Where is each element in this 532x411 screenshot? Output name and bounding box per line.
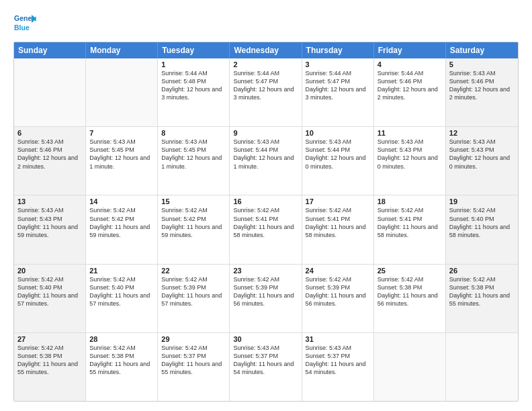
calendar-cell: 25Sunrise: 5:42 AM Sunset: 5:38 PM Dayli… xyxy=(374,265,446,332)
day-number: 22 xyxy=(161,267,226,275)
calendar-cell: 1Sunrise: 5:44 AM Sunset: 5:48 PM Daylig… xyxy=(158,58,230,126)
calendar: SundayMondayTuesdayWednesdayThursdayFrid… xyxy=(13,42,519,402)
cell-details: Sunrise: 5:43 AM Sunset: 5:43 PM Dayligh… xyxy=(449,138,515,171)
calendar-body: 1Sunrise: 5:44 AM Sunset: 5:48 PM Daylig… xyxy=(14,58,518,401)
day-number: 6 xyxy=(17,129,82,137)
calendar-cell: 11Sunrise: 5:43 AM Sunset: 5:43 PM Dayli… xyxy=(374,127,446,195)
svg-text:Blue: Blue xyxy=(14,24,30,32)
cell-details: Sunrise: 5:42 AM Sunset: 5:41 PM Dayligh… xyxy=(378,206,442,239)
day-number: 27 xyxy=(17,335,82,343)
day-number: 5 xyxy=(449,60,515,68)
cell-details: Sunrise: 5:43 AM Sunset: 5:37 PM Dayligh… xyxy=(306,344,370,377)
calendar-cell: 9Sunrise: 5:43 AM Sunset: 5:44 PM Daylig… xyxy=(230,127,302,195)
header-day-thursday: Thursday xyxy=(302,42,374,58)
calendar-header: SundayMondayTuesdayWednesdayThursdayFrid… xyxy=(14,42,518,58)
cell-details: Sunrise: 5:42 AM Sunset: 5:40 PM Dayligh… xyxy=(89,275,154,308)
day-number: 7 xyxy=(89,129,154,137)
calendar-cell xyxy=(14,58,86,126)
header-day-friday: Friday xyxy=(374,42,446,58)
cell-details: Sunrise: 5:43 AM Sunset: 5:46 PM Dayligh… xyxy=(17,138,82,171)
calendar-cell: 17Sunrise: 5:42 AM Sunset: 5:41 PM Dayli… xyxy=(302,195,374,263)
calendar-cell: 18Sunrise: 5:42 AM Sunset: 5:41 PM Dayli… xyxy=(374,195,446,263)
day-number: 28 xyxy=(89,335,154,343)
calendar-week-4: 20Sunrise: 5:42 AM Sunset: 5:40 PM Dayli… xyxy=(14,265,518,333)
cell-details: Sunrise: 5:42 AM Sunset: 5:39 PM Dayligh… xyxy=(161,275,226,308)
day-number: 13 xyxy=(17,197,82,205)
day-number: 24 xyxy=(306,267,370,275)
day-number: 2 xyxy=(233,60,298,68)
cell-details: Sunrise: 5:43 AM Sunset: 5:43 PM Dayligh… xyxy=(378,138,442,171)
calendar-cell: 3Sunrise: 5:44 AM Sunset: 5:47 PM Daylig… xyxy=(302,58,374,126)
day-number: 31 xyxy=(306,335,370,343)
calendar-cell: 15Sunrise: 5:42 AM Sunset: 5:42 PM Dayli… xyxy=(158,195,230,263)
cell-details: Sunrise: 5:43 AM Sunset: 5:44 PM Dayligh… xyxy=(306,138,370,171)
cell-details: Sunrise: 5:42 AM Sunset: 5:40 PM Dayligh… xyxy=(17,275,82,308)
calendar-cell: 12Sunrise: 5:43 AM Sunset: 5:43 PM Dayli… xyxy=(446,127,518,195)
day-number: 21 xyxy=(89,267,154,275)
day-number: 18 xyxy=(378,197,442,205)
cell-details: Sunrise: 5:43 AM Sunset: 5:37 PM Dayligh… xyxy=(233,344,298,377)
calendar-cell: 5Sunrise: 5:43 AM Sunset: 5:46 PM Daylig… xyxy=(446,58,518,126)
cell-details: Sunrise: 5:42 AM Sunset: 5:42 PM Dayligh… xyxy=(161,206,226,239)
day-number: 16 xyxy=(233,197,298,205)
cell-details: Sunrise: 5:42 AM Sunset: 5:39 PM Dayligh… xyxy=(233,275,298,308)
cell-details: Sunrise: 5:42 AM Sunset: 5:38 PM Dayligh… xyxy=(449,275,515,308)
calendar-cell: 14Sunrise: 5:42 AM Sunset: 5:42 PM Dayli… xyxy=(86,195,158,263)
calendar-cell xyxy=(86,58,158,126)
cell-details: Sunrise: 5:42 AM Sunset: 5:38 PM Dayligh… xyxy=(17,344,82,377)
page: General Blue SundayMondayTuesdayWednesda… xyxy=(0,0,532,411)
header: General Blue xyxy=(13,12,519,35)
calendar-cell xyxy=(446,333,518,401)
cell-details: Sunrise: 5:42 AM Sunset: 5:42 PM Dayligh… xyxy=(89,206,154,239)
cell-details: Sunrise: 5:42 AM Sunset: 5:40 PM Dayligh… xyxy=(449,206,515,239)
day-number: 23 xyxy=(233,267,298,275)
calendar-week-5: 27Sunrise: 5:42 AM Sunset: 5:38 PM Dayli… xyxy=(14,333,518,401)
day-number: 9 xyxy=(233,129,298,137)
day-number: 4 xyxy=(378,60,442,68)
calendar-cell: 8Sunrise: 5:43 AM Sunset: 5:45 PM Daylig… xyxy=(158,127,230,195)
day-number: 12 xyxy=(449,129,515,137)
cell-details: Sunrise: 5:43 AM Sunset: 5:45 PM Dayligh… xyxy=(161,138,226,171)
day-number: 19 xyxy=(449,197,515,205)
cell-details: Sunrise: 5:43 AM Sunset: 5:45 PM Dayligh… xyxy=(89,138,154,171)
cell-details: Sunrise: 5:42 AM Sunset: 5:41 PM Dayligh… xyxy=(233,206,298,239)
calendar-cell: 2Sunrise: 5:44 AM Sunset: 5:47 PM Daylig… xyxy=(230,58,302,126)
day-number: 20 xyxy=(17,267,82,275)
calendar-cell: 22Sunrise: 5:42 AM Sunset: 5:39 PM Dayli… xyxy=(158,265,230,332)
cell-details: Sunrise: 5:43 AM Sunset: 5:43 PM Dayligh… xyxy=(17,206,82,239)
cell-details: Sunrise: 5:42 AM Sunset: 5:37 PM Dayligh… xyxy=(161,344,226,377)
calendar-cell: 30Sunrise: 5:43 AM Sunset: 5:37 PM Dayli… xyxy=(230,333,302,401)
day-number: 26 xyxy=(449,267,515,275)
calendar-cell: 6Sunrise: 5:43 AM Sunset: 5:46 PM Daylig… xyxy=(14,127,86,195)
calendar-cell: 19Sunrise: 5:42 AM Sunset: 5:40 PM Dayli… xyxy=(446,195,518,263)
calendar-week-1: 1Sunrise: 5:44 AM Sunset: 5:48 PM Daylig… xyxy=(14,58,518,127)
day-number: 8 xyxy=(161,129,226,137)
day-number: 15 xyxy=(161,197,226,205)
logo: General Blue xyxy=(13,12,36,35)
cell-details: Sunrise: 5:44 AM Sunset: 5:47 PM Dayligh… xyxy=(233,69,298,102)
header-day-monday: Monday xyxy=(86,42,158,58)
header-day-tuesday: Tuesday xyxy=(158,42,230,58)
calendar-cell: 28Sunrise: 5:42 AM Sunset: 5:38 PM Dayli… xyxy=(86,333,158,401)
day-number: 29 xyxy=(161,335,226,343)
cell-details: Sunrise: 5:43 AM Sunset: 5:46 PM Dayligh… xyxy=(449,69,515,102)
header-day-wednesday: Wednesday xyxy=(230,42,302,58)
cell-details: Sunrise: 5:42 AM Sunset: 5:39 PM Dayligh… xyxy=(306,275,370,308)
calendar-cell: 16Sunrise: 5:42 AM Sunset: 5:41 PM Dayli… xyxy=(230,195,302,263)
cell-details: Sunrise: 5:42 AM Sunset: 5:41 PM Dayligh… xyxy=(306,206,370,239)
cell-details: Sunrise: 5:43 AM Sunset: 5:44 PM Dayligh… xyxy=(233,138,298,171)
day-number: 11 xyxy=(378,129,442,137)
day-number: 25 xyxy=(378,267,442,275)
calendar-cell: 23Sunrise: 5:42 AM Sunset: 5:39 PM Dayli… xyxy=(230,265,302,332)
calendar-cell: 7Sunrise: 5:43 AM Sunset: 5:45 PM Daylig… xyxy=(86,127,158,195)
calendar-cell: 29Sunrise: 5:42 AM Sunset: 5:37 PM Dayli… xyxy=(158,333,230,401)
calendar-cell xyxy=(374,333,446,401)
calendar-cell: 27Sunrise: 5:42 AM Sunset: 5:38 PM Dayli… xyxy=(14,333,86,401)
header-day-saturday: Saturday xyxy=(446,42,518,58)
cell-details: Sunrise: 5:44 AM Sunset: 5:47 PM Dayligh… xyxy=(306,69,370,102)
calendar-cell: 31Sunrise: 5:43 AM Sunset: 5:37 PM Dayli… xyxy=(302,333,374,401)
day-number: 3 xyxy=(306,60,370,68)
calendar-cell: 21Sunrise: 5:42 AM Sunset: 5:40 PM Dayli… xyxy=(86,265,158,332)
cell-details: Sunrise: 5:44 AM Sunset: 5:48 PM Dayligh… xyxy=(161,69,226,102)
header-day-sunday: Sunday xyxy=(14,42,86,58)
